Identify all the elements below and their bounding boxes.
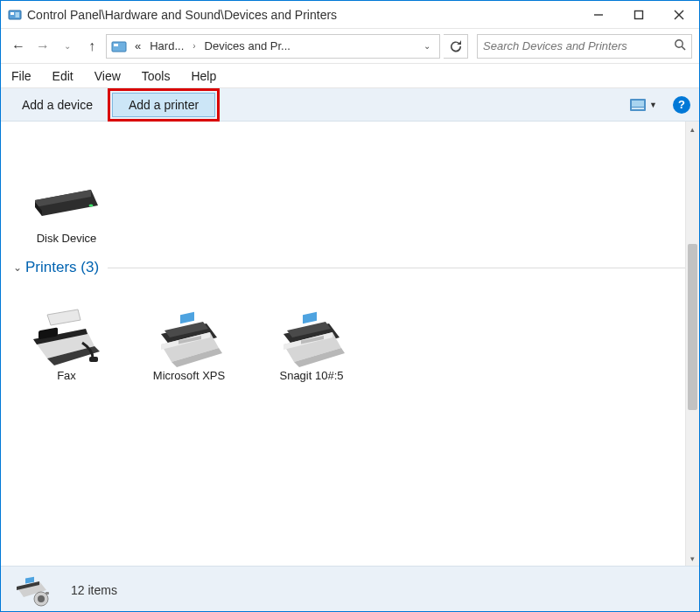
breadcrumb-seg-devices[interactable]: Devices and Pr... bbox=[201, 38, 294, 54]
content-area: Disk Device ⌄ Printers (3) bbox=[1, 122, 699, 566]
menu-file[interactable]: File bbox=[8, 67, 35, 85]
scroll-down-arrow[interactable]: ▾ bbox=[686, 551, 699, 566]
address-dropdown[interactable]: ⌄ bbox=[418, 41, 436, 51]
collapse-chevron-icon[interactable]: ⌄ bbox=[13, 261, 22, 274]
content-scroll[interactable]: Disk Device ⌄ Printers (3) bbox=[1, 122, 699, 566]
statusbar: 12 items bbox=[1, 566, 699, 612]
navbar: ← → ⌄ ↑ « Hard... › Devices and Pr... ⌄ bbox=[1, 29, 699, 64]
svg-rect-4 bbox=[635, 10, 643, 18]
printer-fax[interactable]: Fax bbox=[18, 308, 115, 382]
menu-view[interactable]: View bbox=[91, 67, 124, 85]
search-box[interactable] bbox=[477, 34, 692, 59]
printers-group: Fax Microsoft XPS bbox=[13, 282, 687, 391]
svg-rect-8 bbox=[114, 44, 118, 46]
menu-tools[interactable]: Tools bbox=[138, 67, 174, 85]
svg-point-14 bbox=[89, 205, 94, 207]
printers-section-header[interactable]: ⌄ Printers (3) bbox=[13, 254, 687, 282]
device-label: Disk Device bbox=[18, 232, 115, 245]
scroll-thumb[interactable] bbox=[688, 244, 697, 410]
breadcrumb: « Hard... › Devices and Pr... bbox=[131, 38, 415, 54]
printer-xps[interactable]: Microsoft XPS bbox=[141, 308, 237, 382]
menubar: File Edit View Tools Help bbox=[1, 64, 699, 88]
status-count: 12 items bbox=[71, 583, 117, 597]
view-options-button[interactable]: ▼ bbox=[625, 95, 662, 115]
svg-rect-21 bbox=[25, 576, 34, 583]
printer-icon bbox=[152, 308, 226, 364]
search-input[interactable] bbox=[483, 39, 674, 52]
svg-point-23 bbox=[38, 595, 45, 602]
maximize-button[interactable] bbox=[619, 1, 659, 29]
svg-point-9 bbox=[676, 40, 682, 47]
toolbar: Add a device Add a printer ▼ ? bbox=[1, 88, 699, 122]
forward-button[interactable]: → bbox=[32, 36, 53, 57]
menu-help[interactable]: Help bbox=[187, 67, 220, 85]
printer-icon bbox=[275, 308, 348, 364]
scroll-up-arrow[interactable]: ▴ bbox=[686, 122, 699, 136]
titlebar: Control Panel\Hardware and Sound\Devices… bbox=[1, 1, 699, 29]
section-divider bbox=[108, 268, 687, 268]
svg-rect-17 bbox=[180, 312, 194, 323]
chevron-down-icon: ▼ bbox=[649, 101, 657, 109]
printer-label: Microsoft XPS bbox=[141, 369, 237, 382]
search-icon[interactable] bbox=[674, 38, 686, 53]
up-button[interactable]: ↑ bbox=[81, 36, 102, 57]
svg-rect-2 bbox=[16, 12, 20, 17]
help-button[interactable]: ? bbox=[673, 96, 690, 114]
minimize-button[interactable] bbox=[578, 1, 619, 29]
printer-snagit[interactable]: Snagit 10#:5 bbox=[263, 308, 360, 382]
breadcrumb-pre[interactable]: « bbox=[131, 38, 144, 54]
devices-printers-icon bbox=[13, 573, 55, 608]
svg-line-10 bbox=[682, 46, 685, 50]
window-controls bbox=[578, 1, 699, 29]
refresh-button[interactable] bbox=[444, 34, 468, 59]
vertical-scrollbar[interactable]: ▴ ▾ bbox=[685, 122, 699, 566]
device-disk[interactable]: Disk Device bbox=[18, 170, 115, 245]
fax-icon bbox=[30, 308, 103, 364]
devices-group: Disk Device bbox=[13, 127, 687, 254]
address-bar[interactable]: « Hard... › Devices and Pr... ⌄ bbox=[106, 34, 440, 59]
breadcrumb-seg-hardware[interactable]: Hard... bbox=[146, 38, 187, 54]
svg-rect-16 bbox=[89, 357, 98, 362]
section-title[interactable]: Printers (3) bbox=[25, 259, 99, 276]
add-printer-button[interactable]: Add a printer bbox=[112, 93, 215, 117]
chevron-right-icon: › bbox=[189, 39, 199, 52]
svg-rect-13 bbox=[632, 108, 644, 109]
printer-label: Snagit 10#:5 bbox=[263, 369, 360, 382]
printer-label: Fax bbox=[18, 369, 115, 382]
svg-rect-12 bbox=[632, 101, 644, 107]
window-title: Control Panel\Hardware and Sound\Devices… bbox=[27, 8, 578, 22]
svg-rect-19 bbox=[303, 312, 317, 323]
svg-rect-1 bbox=[10, 12, 14, 15]
recent-dropdown[interactable]: ⌄ bbox=[57, 36, 78, 57]
disk-drive-icon bbox=[30, 170, 103, 226]
back-button[interactable]: ← bbox=[8, 36, 29, 57]
location-icon bbox=[110, 38, 128, 55]
control-panel-icon bbox=[8, 8, 22, 22]
svg-rect-7 bbox=[112, 42, 126, 52]
add-device-button[interactable]: Add a device bbox=[10, 93, 105, 117]
menu-edit[interactable]: Edit bbox=[49, 67, 77, 85]
svg-rect-24 bbox=[46, 592, 49, 595]
close-button[interactable] bbox=[659, 1, 699, 29]
